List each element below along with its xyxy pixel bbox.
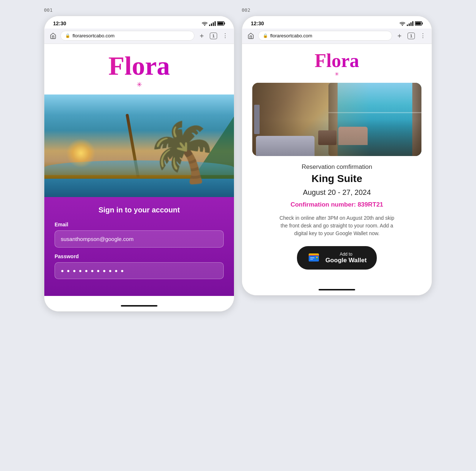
login-title: Sign in to your account	[55, 206, 224, 214]
bed-shape	[256, 136, 315, 156]
url-bar-2[interactable]: 🔒 floraresortcabo.com	[258, 31, 392, 41]
svg-rect-8	[422, 23, 423, 25]
date-range: August 20 - 27, 2024	[303, 188, 371, 197]
password-label: Password	[55, 253, 224, 259]
browser-top-row-2: 🔒 floraresortcabo.com 1 ⋮	[246, 31, 427, 41]
hero-beach-image: 🌴	[44, 94, 234, 197]
signal-icon-1	[209, 21, 216, 26]
time-1: 12:30	[53, 21, 66, 26]
screen2-number: 002	[242, 7, 250, 13]
svg-rect-19	[316, 257, 318, 258]
email-input[interactable]	[55, 230, 224, 248]
sun-glow	[66, 138, 96, 168]
flora-logo-2: Flora	[315, 51, 359, 70]
browser-top-row-1: 🔒 floraresortcabo.com 1 ⋮	[49, 31, 230, 41]
url-bar-1[interactable]: 🔒 floraresortcabo.com	[60, 31, 194, 41]
confirmation-label: Reservation comfirmation	[302, 163, 372, 171]
browser-actions-2: 1 ⋮	[395, 31, 427, 40]
svg-point-6	[402, 25, 403, 26]
status-icons-1	[202, 21, 225, 26]
snowflake-1: ✳	[137, 81, 142, 89]
lamp-shape	[254, 105, 260, 134]
screens-container: 001 12:30	[44, 7, 432, 312]
svg-rect-3	[218, 22, 223, 25]
home-indicator-1	[44, 300, 234, 311]
browser-actions-1: 1 ⋮	[197, 31, 230, 40]
phone2: 12:30	[242, 16, 432, 296]
home-bar-2	[319, 289, 355, 290]
wifi-icon-1	[202, 21, 208, 26]
browser-chrome-2: 🔒 floraresortcabo.com 1 ⋮	[242, 29, 432, 44]
menu-button-2[interactable]: ⋮	[419, 31, 427, 40]
password-input[interactable]	[55, 262, 224, 279]
url-text-2: floraresortcabo.com	[270, 33, 312, 38]
screen1-number: 001	[44, 7, 52, 13]
battery-icon-1	[217, 21, 225, 26]
home-button-2[interactable]	[246, 31, 255, 40]
new-tab-button-2[interactable]	[395, 31, 404, 40]
checkin-description: Check in online after 3PM on August 20th…	[278, 214, 395, 237]
wallet-add-to-label: Add to	[326, 252, 367, 257]
confirmation-number: Confirmation number: 839RT21	[290, 201, 383, 208]
home-indicator-2	[242, 284, 432, 295]
svg-rect-17	[310, 257, 315, 258]
sofa-shape	[338, 127, 368, 145]
time-2: 12:30	[251, 21, 264, 26]
tab-count-2[interactable]: 1	[408, 33, 415, 39]
svg-rect-2	[224, 23, 225, 25]
logo-section-1: Flora ✳	[44, 44, 234, 94]
snowflake-2: ✳	[335, 71, 339, 77]
add-to-google-wallet-button[interactable]: Add to Google Wallet	[297, 246, 377, 270]
login-form-section: Sign in to your account Email Password	[44, 197, 234, 296]
home-button-1[interactable]	[49, 31, 57, 40]
home-bar-1	[121, 305, 157, 307]
google-wallet-logo	[307, 251, 320, 264]
status-bar-1: 12:30	[44, 16, 234, 29]
signal-icon-2	[407, 21, 413, 26]
google-wallet-icon	[308, 252, 320, 264]
table-shape	[318, 130, 336, 145]
confirmation-page-content: Flora ✳	[242, 44, 432, 284]
browser-chrome-1: 🔒 floraresortcabo.com 1 ⋮	[44, 29, 234, 44]
room-image	[252, 83, 421, 156]
battery-icon-2	[415, 21, 423, 26]
status-bar-2: 12:30	[242, 16, 432, 29]
svg-point-0	[204, 25, 205, 26]
screen2-container: 002 12:30	[242, 7, 432, 296]
wallet-text: Add to Google Wallet	[326, 252, 367, 264]
wallet-name-label: Google Wallet	[326, 257, 367, 264]
screen1-container: 001 12:30	[44, 7, 234, 312]
svg-rect-9	[416, 22, 421, 25]
wifi-icon-2	[399, 21, 405, 26]
email-label: Email	[55, 222, 224, 227]
menu-button-1[interactable]: ⋮	[221, 31, 230, 40]
flora-logo-1: Flora	[108, 53, 170, 79]
status-icons-2	[399, 21, 423, 26]
url-text-1: floraresortcabo.com	[72, 33, 115, 38]
lock-icon-1: 🔒	[65, 33, 70, 38]
new-tab-button-1[interactable]	[197, 31, 206, 40]
svg-rect-18	[310, 259, 313, 260]
svg-rect-20	[316, 258, 318, 259]
tab-count-1[interactable]: 1	[210, 33, 217, 39]
room-name: King Suite	[312, 173, 362, 185]
login-page-content: Flora ✳ 🌴 Sign in to your account Em	[44, 44, 234, 300]
lock-icon-2: 🔒	[263, 33, 268, 38]
phone1: 12:30	[44, 16, 234, 312]
palm-tree: 🌴	[142, 119, 223, 187]
